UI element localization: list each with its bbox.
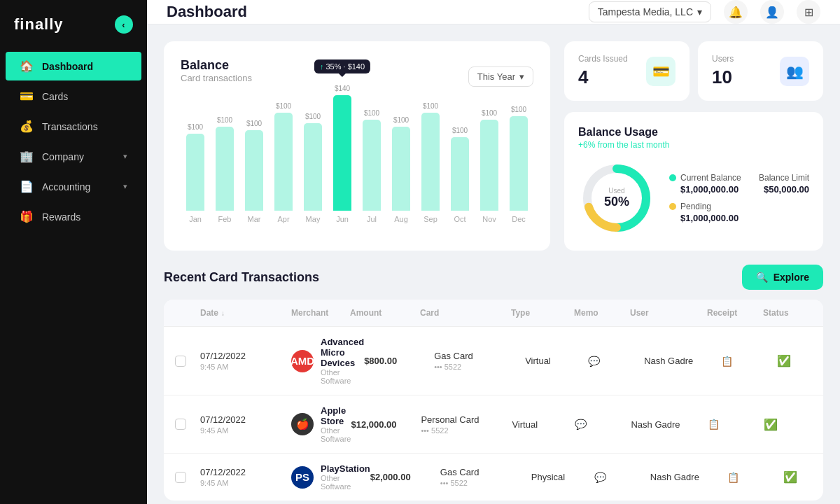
sidebar-item-label: Rewards [42, 211, 80, 223]
row-checkbox[interactable] [175, 472, 200, 483]
grid-icon[interactable]: ⊞ [797, 0, 820, 24]
bar-amount: $140 [335, 85, 350, 92]
bar-jan[interactable] [186, 134, 204, 211]
memo-icon[interactable]: 💬 [575, 419, 587, 430]
receipt-icon[interactable]: 📋 [727, 472, 739, 483]
row-receipt[interactable]: 📋 [721, 356, 777, 367]
table-row[interactable]: 07/12/2022 9:45 AM PS PlayStation Other … [164, 454, 823, 500]
users-label: Users [712, 54, 734, 64]
rewards-icon: 🎁 [20, 210, 34, 223]
org-selector[interactable]: Tampesta Media, LLC ▾ [589, 1, 711, 22]
row-status: ✅ [764, 418, 813, 431]
merchant-sub: Other Software [321, 368, 364, 385]
bar-oct[interactable] [451, 137, 468, 211]
donut-used-label: Used [604, 187, 629, 195]
balance-subtitle: Card transactions [181, 73, 252, 83]
row-merchant: AMD Advanced Micro Devices Other Softwar… [291, 337, 364, 385]
memo-icon[interactable]: 💬 [594, 472, 606, 483]
user-icon[interactable]: 👤 [760, 0, 784, 24]
bar-amount: $100 [276, 102, 291, 110]
merchant-name: Advanced Micro Devices [321, 337, 364, 368]
row-receipt[interactable]: 📋 [727, 472, 783, 483]
table-row[interactable]: 07/12/2022 9:45 AM 🍎 Apple Store Other S… [164, 396, 823, 454]
row-memo[interactable]: 💬 [575, 419, 631, 430]
bar-col-sep[interactable]: $100Sep [416, 102, 445, 223]
sidebar-item-rewards[interactable]: 🎁 Rewards [6, 202, 141, 231]
explore-button[interactable]: 🔍 Explore [742, 265, 823, 290]
bar-col-oct[interactable]: $100Oct [445, 127, 475, 223]
bar-col-jul[interactable]: $100Jul [357, 109, 386, 223]
bar-label: Jan [189, 215, 202, 223]
sidebar-toggle[interactable]: ‹ [115, 15, 133, 34]
bar-col-jan[interactable]: $100Jan [181, 123, 210, 223]
row-status: ✅ [777, 354, 823, 368]
company-icon: 🏢 [20, 150, 34, 163]
bar-col-nov[interactable]: $100Nov [475, 109, 504, 223]
th-amount[interactable]: Amount [350, 308, 420, 318]
bar-dec[interactable] [510, 116, 527, 211]
bar-jul[interactable] [363, 120, 380, 211]
pending-value: $1,000,000.00 [669, 213, 809, 223]
row-checkbox[interactable] [175, 356, 200, 367]
year-selector[interactable]: This Year ▾ [468, 66, 533, 87]
receipt-icon[interactable]: 📋 [721, 356, 733, 367]
row-date: 07/12/2022 9:45 AM [200, 414, 291, 435]
balance-title: Balance [181, 58, 252, 73]
bar-col-may[interactable]: $100May [298, 113, 328, 223]
sidebar-item-transactions[interactable]: 💰 Transactions [6, 112, 141, 141]
bar-col-apr[interactable]: $100Apr [269, 102, 298, 223]
table-header: Date ↓ Merchant Amount Card Type Memo Us… [164, 300, 823, 327]
row-memo[interactable]: 💬 [594, 472, 650, 483]
bar-apr[interactable] [274, 113, 292, 211]
cards-issued-label: Cards Issued [578, 54, 628, 64]
donut-pct-value: 50% [604, 195, 629, 209]
bar-col-feb[interactable]: $100Feb [210, 116, 239, 223]
th-user[interactable]: User [630, 308, 707, 318]
sidebar-item-dashboard[interactable]: 🏠 Dashboard [6, 52, 141, 80]
sidebar-item-accounting[interactable]: 📄 Accounting ▾ [6, 172, 141, 201]
bar-nov[interactable] [480, 120, 498, 211]
stats-column: Cards Issued 4 💳 Users 10 👥 [564, 41, 823, 251]
merchant-icon: PS [291, 466, 314, 489]
bar-label: Aug [394, 215, 408, 223]
th-status[interactable]: Status [763, 308, 812, 318]
th-merchant[interactable]: Merchant [291, 308, 350, 318]
th-card[interactable]: Card [420, 308, 511, 318]
sidebar-item-label: Cards [42, 91, 68, 102]
merchant-sub: Other Software [321, 474, 370, 491]
merchant-icon: AMD [291, 350, 314, 372]
receipt-icon[interactable]: 📋 [708, 419, 720, 430]
row-memo[interactable]: 💬 [588, 356, 644, 367]
recent-header: Recent Card Transactions 🔍 Explore [164, 265, 823, 290]
bar-col-mar[interactable]: $100Mar [239, 120, 269, 223]
bar-label: Dec [512, 215, 526, 223]
table-body: 07/12/2022 9:45 AM AMD Advanced Micro De… [164, 327, 823, 500]
sidebar-item-cards[interactable]: 💳 Cards [6, 82, 141, 111]
bell-icon[interactable]: 🔔 [724, 0, 748, 24]
row-type: Virtual [512, 419, 575, 430]
chevron-down-icon: ▾ [123, 182, 127, 191]
bar-col-aug[interactable]: $100Aug [386, 116, 416, 223]
merchant-name: PlayStation [321, 463, 370, 474]
bar-mar[interactable] [245, 130, 262, 211]
memo-icon[interactable]: 💬 [588, 356, 600, 367]
transactions-icon: 💰 [20, 120, 34, 133]
row-type: Virtual [525, 356, 588, 366]
th-receipt[interactable]: Receipt [707, 308, 763, 318]
sidebar-item-company[interactable]: 🏢 Company ▾ [6, 142, 141, 171]
th-memo[interactable]: Memo [574, 308, 630, 318]
row-status: ✅ [783, 470, 823, 484]
bar-jun[interactable] [333, 95, 351, 211]
th-date[interactable]: Date ↓ [200, 308, 291, 318]
table-row[interactable]: 07/12/2022 9:45 AM AMD Advanced Micro De… [164, 327, 823, 396]
row-checkbox[interactable] [175, 419, 200, 430]
bar-feb[interactable] [216, 127, 233, 211]
accounting-icon: 📄 [20, 180, 34, 193]
bar-col-dec[interactable]: $100Dec [504, 106, 533, 223]
bar-aug[interactable] [392, 127, 410, 211]
bar-sep[interactable] [421, 113, 439, 211]
row-receipt[interactable]: 📋 [708, 419, 764, 430]
bar-col-jun[interactable]: ↑ 35% · $140$140Jun [328, 85, 357, 223]
bar-may[interactable] [304, 123, 321, 211]
th-type[interactable]: Type [511, 308, 574, 318]
